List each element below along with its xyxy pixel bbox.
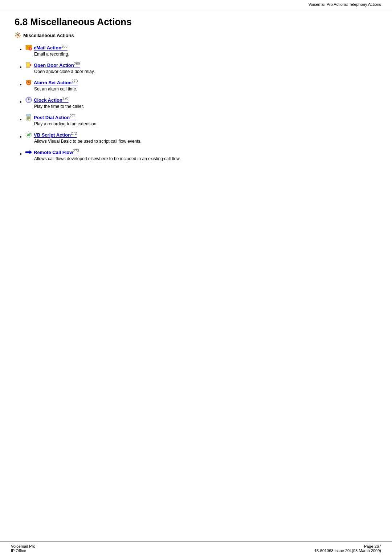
section-heading: 6.8 Miscellaneous Actions [15,16,377,28]
page-wrapper: Voicemail Pro Actions: Telephony Actions… [0,0,392,555]
footer: Voicemail Pro IP Office Page 267 15-6010… [0,542,392,555]
item-desc: Play the time to the caller. [25,104,377,109]
item-title-row: Post Dial Action271 [25,114,377,121]
alarm-icon [25,79,32,86]
svg-rect-2 [17,32,18,33]
svg-rect-4 [15,35,16,36]
item-desc: Play a recording to an extension. [25,121,377,126]
items-list: ✦ eMail Action268 Email a recording. [15,44,377,161]
door-icon [25,62,32,68]
script-icon [25,131,32,138]
svg-rect-9 [19,36,20,37]
list-item: VB Script Action272 Allows Visual Basic … [25,131,377,144]
list-item: Alarm Set Action270 Set an alarm call ti… [25,79,377,92]
svg-rect-3 [17,37,18,38]
svg-marker-47 [29,150,32,154]
item-title-row: Open Door Action269 [25,62,377,68]
item-desc: Set an alarm call time. [25,86,377,92]
vb-script-action-link[interactable]: VB Script Action272 [34,131,77,138]
item-title-row: Clock Action270 [25,97,377,103]
item-title-row: Alarm Set Action270 [25,79,377,86]
item-desc: Allows Visual Basic to be used to script… [25,139,377,144]
list-item: Open Door Action269 Open and/or close a … [25,62,377,74]
footer-left: Voicemail Pro IP Office [11,544,35,553]
misc-icon [15,32,21,39]
item-desc: Email a recording. [25,52,377,57]
item-desc: Allows call flows developed elsewhere to… [25,156,377,161]
open-door-action-link[interactable]: Open Door Action269 [34,62,80,68]
svg-rect-40 [26,114,31,116]
list-item: Clock Action270 Play the time to the cal… [25,97,377,109]
email-icon: ✦ [25,44,32,51]
email-action-link[interactable]: eMail Action268 [34,44,68,50]
section-subtitle: Miscellaneous Actions [15,32,377,39]
product-sub: IP Office [11,548,35,553]
content-area: 6.8 Miscellaneous Actions [0,9,392,195]
svg-text:✦: ✦ [29,47,32,50]
svg-point-27 [26,80,28,82]
issue-info: 15-601063 Issue 20I (03 March 2009) [314,548,381,553]
footer-right: Page 267 15-601063 Issue 20I (03 March 2… [314,544,381,553]
post-dial-action-link[interactable]: Post Dial Action271 [34,114,76,120]
subtitle-text: Miscellaneous Actions [23,33,74,38]
svg-point-37 [28,100,29,100]
svg-rect-8 [15,36,16,37]
item-desc: Open and/or close a door relay. [25,69,377,74]
list-item: Post Dial Action271 Play a recording to … [25,114,377,126]
header-bar: Voicemail Pro Actions: Telephony Actions [0,0,392,9]
dial-icon [25,114,32,121]
list-item: ✦ eMail Action268 Email a recording. [25,44,377,57]
svg-point-28 [29,80,31,82]
page-number: Page 267 [364,544,381,548]
item-title-row: Remote Call Flow273 [25,149,377,155]
list-item: Remote Call Flow273 Allows call flows de… [25,149,377,161]
svg-rect-46 [25,151,30,153]
svg-point-11 [17,35,19,36]
item-title-row: VB Script Action272 [25,131,377,138]
arrow-icon [25,149,32,155]
clock-icon [25,97,32,103]
header-title: Voicemail Pro Actions: Telephony Actions [309,2,381,7]
alarm-set-action-link[interactable]: Alarm Set Action270 [34,79,78,85]
clock-action-link[interactable]: Clock Action270 [34,97,69,103]
svg-rect-21 [30,64,32,66]
remote-call-flow-link[interactable]: Remote Call Flow273 [34,149,79,155]
svg-rect-5 [20,35,21,36]
item-title-row: ✦ eMail Action268 [25,44,377,51]
product-name: Voicemail Pro [11,544,35,548]
